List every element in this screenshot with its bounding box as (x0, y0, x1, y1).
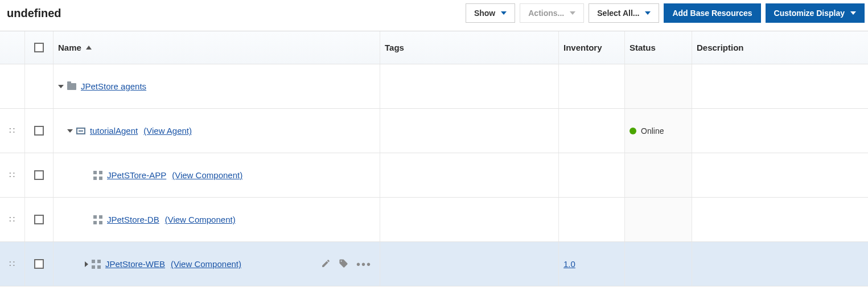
select-all-dropdown[interactable]: Select All... (589, 3, 659, 23)
drag-handle (0, 64, 25, 108)
add-base-resources-button[interactable]: Add Base Resources (664, 3, 760, 23)
name-cell: JPetStore-WEB (View Component) ••• (54, 242, 380, 286)
component-icon (92, 260, 101, 269)
show-label: Show (474, 9, 495, 18)
caret-down-icon (570, 11, 575, 15)
view-component-link[interactable]: (View Component) (165, 215, 236, 224)
description-cell (692, 242, 868, 286)
inventory-link[interactable]: 1.0 (563, 259, 575, 269)
expand-toggle[interactable] (67, 129, 73, 133)
status-dot-icon (630, 128, 636, 134)
description-cell (692, 109, 868, 153)
folder-icon (67, 83, 76, 90)
page-title: undefined (7, 7, 61, 20)
name-cell: JPetStore-DB (View Component) (54, 198, 380, 241)
table-header: Name Tags Inventory Status Description (0, 31, 868, 64)
header-inventory[interactable]: Inventory (559, 31, 625, 64)
row-checkbox[interactable] (34, 259, 44, 269)
actions-dropdown: Actions... (520, 3, 584, 23)
toolbar: undefined Show Actions... Select All... … (0, 0, 868, 26)
status-cell (625, 198, 692, 241)
row-checkbox[interactable] (34, 170, 44, 180)
tags-cell (380, 153, 559, 197)
header-name[interactable]: Name (54, 31, 380, 64)
table-row: ∷ tutorialAgent (View Agent) Online (0, 109, 868, 153)
resource-link[interactable]: tutorialAgent (90, 126, 138, 136)
more-actions-icon[interactable]: ••• (356, 259, 372, 270)
checkbox-cell (25, 242, 54, 286)
checkbox-cell (25, 64, 54, 108)
status-cell (625, 242, 692, 286)
select-all-label: Select All... (597, 9, 639, 18)
caret-down-icon (501, 11, 507, 15)
tags-cell (380, 109, 559, 153)
inventory-cell: 1.0 (559, 242, 625, 286)
header-description[interactable]: Description (692, 31, 868, 64)
resource-link[interactable]: JPetStore-WEB (105, 259, 165, 269)
checkbox-cell (25, 198, 54, 241)
select-all-checkbox[interactable] (34, 43, 44, 52)
caret-down-icon (645, 11, 651, 15)
description-cell (692, 64, 868, 108)
resource-table: Name Tags Inventory Status Description J… (0, 31, 868, 286)
expand-toggle[interactable] (58, 85, 64, 88)
drag-handle[interactable]: ∷ (0, 242, 25, 286)
view-component-link[interactable]: (View Component) (172, 170, 242, 180)
status-cell (625, 153, 692, 197)
resource-link[interactable]: JPetStore agents (81, 81, 146, 91)
header-status[interactable]: Status (625, 31, 692, 64)
drag-handle[interactable]: ∷ (0, 198, 25, 241)
inventory-cell (559, 109, 625, 153)
view-agent-link[interactable]: (View Agent) (143, 126, 192, 136)
status-cell (625, 64, 692, 108)
tags-cell (380, 64, 559, 108)
component-icon (93, 215, 102, 224)
component-icon (93, 171, 102, 180)
actions-label: Actions... (528, 9, 564, 18)
description-cell (692, 198, 868, 241)
table-row: JPetStore agents (0, 64, 868, 109)
description-cell (692, 153, 868, 197)
inventory-cell (559, 153, 625, 197)
table-row: ∷ JPetStore-DB (View Component) (0, 198, 868, 242)
drag-handle[interactable]: ∷ (0, 153, 25, 197)
tags-cell (380, 242, 559, 286)
tag-icon[interactable] (339, 259, 348, 270)
status-cell: Online (625, 109, 692, 153)
agent-icon (76, 128, 85, 134)
drag-handle[interactable]: ∷ (0, 109, 25, 153)
row-checkbox[interactable] (34, 126, 44, 136)
table-row: ∷ JPetSTore-APP (View Component) (0, 153, 868, 198)
checkbox-cell (25, 109, 54, 153)
resource-link[interactable]: JPetSTore-APP (107, 170, 166, 180)
name-cell: JPetStore agents (54, 64, 380, 108)
caret-down-icon (850, 11, 856, 15)
checkbox-cell (25, 153, 54, 197)
header-tags[interactable]: Tags (380, 31, 559, 64)
customize-display-dropdown[interactable]: Customize Display (766, 3, 865, 23)
inventory-cell (559, 198, 625, 241)
inventory-cell (559, 64, 625, 108)
view-component-link[interactable]: (View Component) (171, 259, 241, 269)
tags-cell (380, 198, 559, 241)
row-actions: ••• (321, 259, 375, 270)
show-dropdown[interactable]: Show (466, 3, 515, 23)
sort-asc-icon (86, 46, 92, 50)
header-checkbox-cell (25, 31, 54, 64)
name-cell: JPetSTore-APP (View Component) (54, 153, 380, 197)
edit-icon[interactable] (321, 259, 331, 270)
name-cell: tutorialAgent (View Agent) (54, 109, 380, 153)
resource-link[interactable]: JPetStore-DB (107, 215, 159, 224)
row-checkbox[interactable] (34, 215, 44, 224)
header-handle (0, 31, 25, 64)
table-row: ∷ JPetStore-WEB (View Component) ••• 1.0 (0, 242, 868, 286)
expand-toggle[interactable] (85, 261, 88, 267)
status-text: Online (641, 126, 664, 136)
